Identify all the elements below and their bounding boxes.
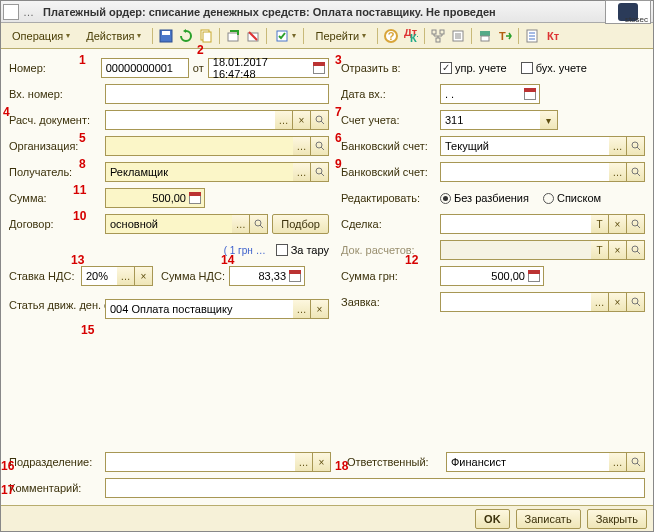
- upr-checkbox[interactable]: упр. учете: [440, 62, 507, 74]
- open-button[interactable]: [627, 240, 645, 260]
- clear-button[interactable]: ×: [135, 266, 153, 286]
- org-input[interactable]: [105, 136, 293, 156]
- vh-number-input[interactable]: [105, 84, 329, 104]
- contract-input[interactable]: основной: [105, 214, 232, 234]
- calendar-icon[interactable]: [523, 87, 537, 101]
- reflect-label: Отразить в:: [341, 62, 436, 74]
- dtkt-icon[interactable]: ДтКт: [402, 27, 420, 45]
- rasch-doc-label: Расч. документ:: [9, 114, 101, 126]
- subdivision-input[interactable]: [105, 452, 295, 472]
- restore-icon[interactable]: [177, 27, 195, 45]
- deal-label: Сделка:: [341, 218, 436, 230]
- open-button[interactable]: [627, 162, 645, 182]
- svg-line-40: [637, 225, 640, 228]
- date-vh-input[interactable]: . .: [440, 84, 540, 104]
- copy-icon[interactable]: [197, 27, 215, 45]
- calc-icon[interactable]: [527, 269, 541, 283]
- clear-button[interactable]: ×: [609, 292, 627, 312]
- responsible-input[interactable]: Финансист: [446, 452, 609, 472]
- deal-input[interactable]: [440, 214, 591, 234]
- open-button[interactable]: [627, 214, 645, 234]
- za-taru-checkbox[interactable]: За тару: [276, 244, 329, 256]
- svg-rect-20: [481, 36, 489, 41]
- date-input[interactable]: 18.01.2017 16:47:48: [208, 58, 329, 78]
- help-icon[interactable]: ?: [382, 27, 400, 45]
- sum-input[interactable]: 500,00: [105, 188, 205, 208]
- kt-icon[interactable]: Кт: [543, 27, 561, 45]
- form-body: Номер: 00000000001 от 18.01.2017 16:47:4…: [1, 49, 653, 505]
- calc-icon[interactable]: [188, 191, 202, 205]
- basis-icon[interactable]: [271, 27, 299, 45]
- print-icon[interactable]: [476, 27, 494, 45]
- ok-button[interactable]: OK: [475, 509, 510, 529]
- operation-menu[interactable]: Операция: [5, 26, 77, 46]
- select-button[interactable]: …: [293, 136, 311, 156]
- podbor-button[interactable]: Подбор: [272, 214, 329, 234]
- go-menu[interactable]: Перейти: [308, 26, 373, 46]
- rasch-doc-input[interactable]: [105, 110, 275, 130]
- save-button[interactable]: Записать: [516, 509, 581, 529]
- vat-rate-input[interactable]: 20%: [81, 266, 117, 286]
- bank-account2-input[interactable]: [440, 162, 609, 182]
- save-icon[interactable]: [157, 27, 175, 45]
- ttn-icon[interactable]: T: [496, 27, 514, 45]
- number-input[interactable]: 00000000001: [101, 58, 189, 78]
- open-button[interactable]: [627, 452, 645, 472]
- select-button[interactable]: …: [295, 452, 313, 472]
- clear-button[interactable]: ×: [609, 214, 627, 234]
- sum-grn-input[interactable]: 500,00: [440, 266, 544, 286]
- select-button[interactable]: …: [609, 136, 627, 156]
- clear-button[interactable]: ×: [313, 452, 331, 472]
- select-button[interactable]: …: [609, 452, 627, 472]
- from-label: от: [193, 62, 204, 74]
- svg-rect-4: [228, 33, 238, 41]
- unpost-icon[interactable]: [244, 27, 262, 45]
- select-button[interactable]: …: [293, 162, 311, 182]
- select-button[interactable]: …: [117, 266, 135, 286]
- clear-button[interactable]: ×: [293, 110, 311, 130]
- svg-line-44: [637, 303, 640, 306]
- account-input[interactable]: 311: [440, 110, 540, 130]
- no-split-radio[interactable]: Без разбиения: [440, 192, 529, 204]
- open-button[interactable]: [311, 136, 329, 156]
- type-button[interactable]: T: [591, 240, 609, 260]
- open-button[interactable]: [627, 292, 645, 312]
- clear-button[interactable]: ×: [609, 240, 627, 260]
- calendar-icon[interactable]: [312, 61, 326, 75]
- select-button[interactable]: …: [275, 110, 293, 130]
- actions-menu[interactable]: Действия: [79, 26, 148, 46]
- recipient-input[interactable]: Рекламщик: [105, 162, 293, 182]
- select-button[interactable]: …: [609, 162, 627, 182]
- contract-label: Договор:: [9, 218, 101, 230]
- report-icon[interactable]: [523, 27, 541, 45]
- select-button[interactable]: …: [232, 214, 250, 234]
- buh-checkbox[interactable]: бух. учете: [521, 62, 587, 74]
- vat-rate-label: Ставка НДС:: [9, 270, 77, 282]
- svg-line-32: [321, 173, 324, 176]
- bank-account-input[interactable]: Текущий: [440, 136, 609, 156]
- close-button[interactable]: Закрыть: [587, 509, 647, 529]
- vat-sum-input[interactable]: 83,33: [229, 266, 305, 286]
- struct-icon[interactable]: [429, 27, 447, 45]
- account-label: Счет учета:: [341, 114, 436, 126]
- list-radio[interactable]: Списком: [543, 192, 601, 204]
- svg-line-46: [637, 463, 640, 466]
- select-button[interactable]: …: [293, 299, 311, 319]
- request-input[interactable]: [440, 292, 591, 312]
- dropdown-button[interactable]: ▾: [540, 110, 558, 130]
- open-button[interactable]: [250, 214, 268, 234]
- svg-text:Кт: Кт: [410, 32, 418, 43]
- comment-input[interactable]: [105, 478, 645, 498]
- open-button[interactable]: [311, 162, 329, 182]
- type-button[interactable]: T: [591, 214, 609, 234]
- sum-grn-label: Сумма грн:: [341, 270, 436, 282]
- clear-button[interactable]: ×: [311, 299, 329, 319]
- article-input[interactable]: 004 Оплата поставщику: [105, 299, 293, 319]
- open-button[interactable]: [627, 136, 645, 156]
- files-icon[interactable]: [449, 27, 467, 45]
- window-title: Платежный ордер: списание денежных средс…: [39, 6, 651, 18]
- select-button[interactable]: …: [591, 292, 609, 312]
- open-button[interactable]: [311, 110, 329, 130]
- calc-icon[interactable]: [288, 269, 302, 283]
- post-icon[interactable]: [224, 27, 242, 45]
